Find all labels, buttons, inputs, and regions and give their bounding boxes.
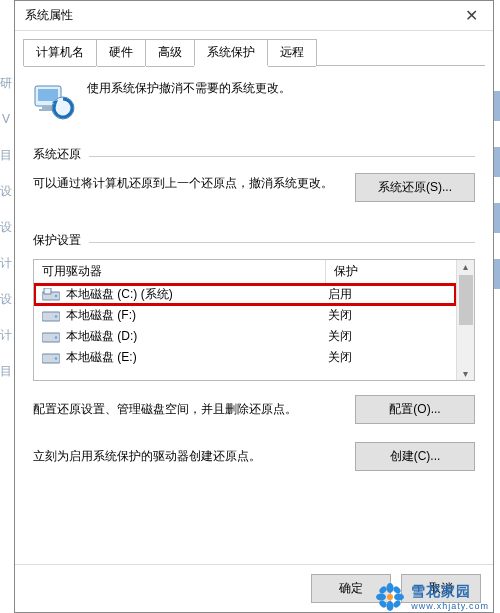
window-title: 系统属性 xyxy=(25,7,449,24)
tab-advanced[interactable]: 高级 xyxy=(145,39,195,66)
titlebar: 系统属性 ✕ xyxy=(15,1,493,31)
svg-point-7 xyxy=(55,294,57,296)
section-protection-settings: 保护设置 xyxy=(33,232,475,249)
drive-icon xyxy=(42,351,60,365)
section-system-restore: 系统还原 xyxy=(33,146,475,163)
column-status[interactable]: 保护 xyxy=(326,260,456,283)
table-header: 可用驱动器 保护 xyxy=(34,260,456,284)
system-restore-button[interactable]: 系统还原(S)... xyxy=(355,173,475,202)
drive-status: 关闭 xyxy=(326,328,456,345)
section-label: 系统还原 xyxy=(33,146,81,163)
tab-system-protection[interactable]: 系统保护 xyxy=(194,39,268,66)
scroll-thumb[interactable] xyxy=(459,275,473,325)
create-button[interactable]: 创建(C)... xyxy=(355,442,475,471)
table-scrollbar[interactable]: ▴ ▾ xyxy=(456,260,474,380)
drive-status: 关闭 xyxy=(326,307,456,324)
cancel-button[interactable]: 取消 xyxy=(401,574,481,603)
svg-point-13 xyxy=(55,357,57,359)
intro-text: 使用系统保护撤消不需要的系统更改。 xyxy=(87,80,291,97)
create-description: 立刻为启用系统保护的驱动器创建还原点。 xyxy=(33,448,339,465)
drive-name: 本地磁盘 (F:) xyxy=(66,307,136,324)
tabs-container: 计算机名 硬件 高级 系统保护 远程 xyxy=(15,31,493,66)
tab-computer-name[interactable]: 计算机名 xyxy=(23,39,97,66)
section-label: 保护设置 xyxy=(33,232,81,249)
table-row[interactable]: 本地磁盘 (E:) 关闭 xyxy=(34,347,456,368)
drive-system-icon xyxy=(42,288,60,302)
configure-button[interactable]: 配置(O)... xyxy=(355,395,475,424)
svg-point-11 xyxy=(55,336,57,338)
system-properties-window: 系统属性 ✕ 计算机名 硬件 高级 系统保护 远程 xyxy=(14,0,494,613)
drive-name: 本地磁盘 (D:) xyxy=(66,328,137,345)
column-drive[interactable]: 可用驱动器 xyxy=(34,260,326,283)
dialog-footer: 确定 取消 雪花家园 www.xhjaty.com xyxy=(15,564,493,612)
close-button[interactable]: ✕ xyxy=(449,1,493,31)
svg-point-9 xyxy=(55,315,57,317)
drive-icon xyxy=(42,309,60,323)
table-row[interactable]: 本地磁盘 (C:) (系统) 启用 xyxy=(34,284,456,305)
background-right-strip xyxy=(494,65,500,613)
tab-remote[interactable]: 远程 xyxy=(267,39,317,66)
scroll-up-icon[interactable]: ▴ xyxy=(457,260,474,273)
svg-rect-6 xyxy=(44,288,51,294)
drive-name: 本地磁盘 (C:) (系统) xyxy=(66,286,173,303)
drive-status: 关闭 xyxy=(326,349,456,366)
system-protection-icon xyxy=(33,80,75,122)
table-row[interactable]: 本地磁盘 (F:) 关闭 xyxy=(34,305,456,326)
drives-table: 可用驱动器 保护 本地磁盘 (C:) (系统) 启用 xyxy=(33,259,475,381)
scroll-down-icon[interactable]: ▾ xyxy=(457,367,474,380)
tab-content: 使用系统保护撤消不需要的系统更改。 系统还原 可以通过将计算机还原到上一个还原点… xyxy=(15,66,493,564)
background-left-strip: 研V目设设计设计目 xyxy=(0,65,14,613)
table-row[interactable]: 本地磁盘 (D:) 关闭 xyxy=(34,326,456,347)
drive-name: 本地磁盘 (E:) xyxy=(66,349,137,366)
svg-rect-10 xyxy=(42,333,60,342)
divider xyxy=(89,242,475,243)
intro-row: 使用系统保护撤消不需要的系统更改。 xyxy=(33,80,475,122)
drive-status: 启用 xyxy=(326,286,456,303)
svg-rect-1 xyxy=(38,89,58,101)
ok-button[interactable]: 确定 xyxy=(311,574,391,603)
drive-icon xyxy=(42,330,60,344)
svg-rect-8 xyxy=(42,312,60,321)
svg-rect-12 xyxy=(42,354,60,363)
configure-description: 配置还原设置、管理磁盘空间，并且删除还原点。 xyxy=(33,401,339,418)
restore-description: 可以通过将计算机还原到上一个还原点，撤消系统更改。 xyxy=(33,173,339,193)
close-icon: ✕ xyxy=(465,6,478,25)
divider xyxy=(89,156,475,157)
tab-hardware[interactable]: 硬件 xyxy=(96,39,146,66)
